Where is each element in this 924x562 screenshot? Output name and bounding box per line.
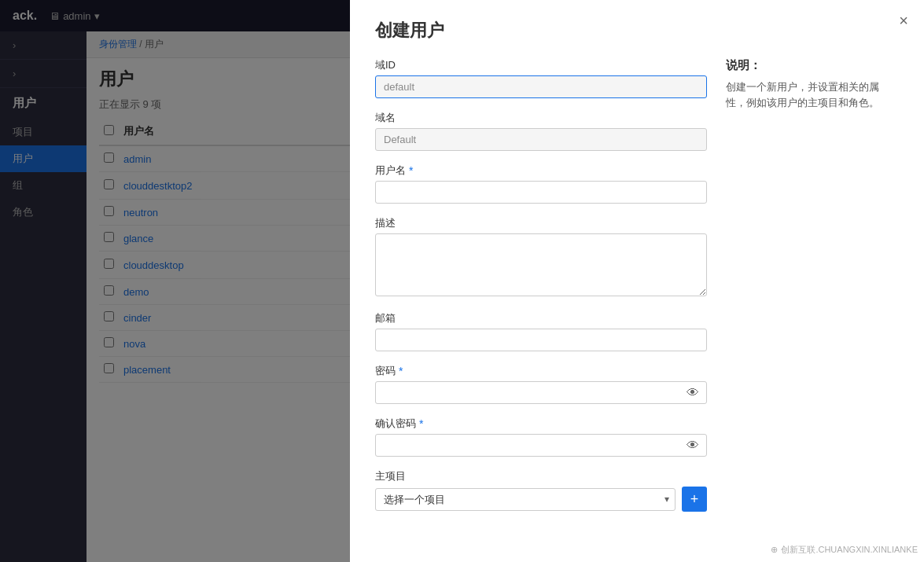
project-select[interactable]: 选择一个项目 <box>375 488 676 511</box>
domain-name-label: 域名 <box>375 111 707 125</box>
watermark-text: 创新互联.CHUANGXIN.XINLIANKE <box>781 544 918 556</box>
project-row: 选择一个项目 ▾ + <box>375 487 707 512</box>
confirm-password-label: 确认密码 * <box>375 417 707 431</box>
confirm-password-input[interactable] <box>375 434 707 457</box>
username-label: 用户名 * <box>375 163 707 178</box>
watermark-logo: ⊕ <box>771 545 778 555</box>
confirm-password-required-star: * <box>419 417 423 430</box>
project-group: 主项目 选择一个项目 ▾ + <box>375 469 707 512</box>
username-required-star: * <box>409 164 413 177</box>
email-input[interactable] <box>375 329 707 351</box>
modal-close-button[interactable]: × <box>899 13 908 28</box>
modal-form: 域ID 域名 用户名 * 描述 <box>375 58 707 524</box>
password-wrapper: 👁 <box>375 381 707 404</box>
password-group: 密码 * 👁 <box>375 364 707 404</box>
domain-id-label: 域ID <box>375 58 707 72</box>
domain-id-group: 域ID <box>375 58 707 98</box>
domain-name-input[interactable] <box>375 128 707 151</box>
password-label: 密码 * <box>375 364 707 378</box>
confirm-password-toggle-icon[interactable]: 👁 <box>687 439 699 453</box>
domain-name-group: 域名 <box>375 111 707 151</box>
add-project-button[interactable]: + <box>682 487 707 512</box>
confirm-password-group: 确认密码 * 👁 <box>375 417 707 457</box>
modal-overlay: × 创建用户 域ID 域名 用户名 * <box>0 0 924 562</box>
modal-description-title: 说明： <box>726 58 899 73</box>
description-group: 描述 <box>375 216 707 299</box>
domain-id-input[interactable] <box>375 75 707 98</box>
modal-description-text: 创建一个新用户，并设置相关的属性，例如该用户的主项目和角色。 <box>726 79 899 110</box>
username-input[interactable] <box>375 181 707 204</box>
description-label: 描述 <box>375 216 707 230</box>
modal-description-panel: 说明： 创建一个新用户，并设置相关的属性，例如该用户的主项目和角色。 <box>726 58 899 524</box>
project-select-wrapper: 选择一个项目 ▾ <box>375 488 676 511</box>
watermark: ⊕ 创新互联.CHUANGXIN.XINLIANKE <box>771 544 918 556</box>
create-user-modal: × 创建用户 域ID 域名 用户名 * <box>350 0 924 562</box>
password-toggle-icon[interactable]: 👁 <box>687 386 699 400</box>
email-group: 邮箱 <box>375 311 707 351</box>
password-input[interactable] <box>375 381 707 404</box>
project-label: 主项目 <box>375 469 707 483</box>
password-required-star: * <box>399 365 403 377</box>
confirm-password-wrapper: 👁 <box>375 434 707 457</box>
modal-title: 创建用户 <box>375 19 899 42</box>
modal-body: 域ID 域名 用户名 * 描述 <box>375 58 899 524</box>
username-group: 用户名 * <box>375 163 707 204</box>
description-textarea[interactable] <box>375 233 707 296</box>
email-label: 邮箱 <box>375 311 707 325</box>
